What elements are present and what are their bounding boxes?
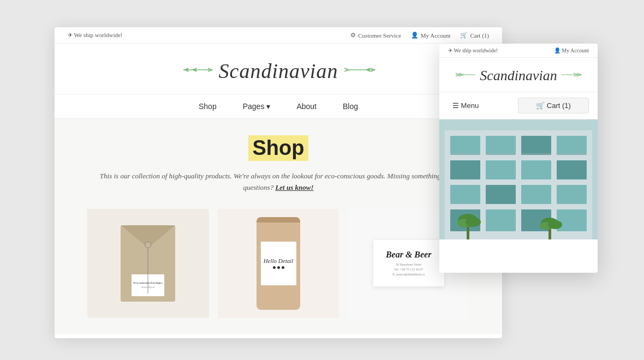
mobile-window: ✈ We ship worldwide! 👤 My Account Scandi… bbox=[439, 44, 598, 273]
product-grid: Eco-conscious Envelopes Hello Detail Hel… bbox=[87, 209, 469, 318]
svg-rect-15 bbox=[486, 209, 516, 231]
tube-dots bbox=[273, 266, 284, 269]
main-content: Shop This is our collection of high-qual… bbox=[55, 119, 502, 334]
svg-rect-12 bbox=[521, 185, 551, 204]
bcard-company: Bear & Beer bbox=[386, 250, 432, 260]
nav-bar: Shop Pages ▾ About Blog bbox=[55, 94, 502, 119]
tube-dot-3 bbox=[282, 266, 284, 269]
mobile-logo-text[interactable]: Scandinavian bbox=[480, 68, 557, 84]
envelope-image: Eco-conscious Envelopes Hello Detail bbox=[121, 225, 175, 302]
customer-service-link[interactable]: ⚙ Customer Service bbox=[350, 32, 401, 39]
main-window: ✈ We ship worldwide! ⚙ Customer Service … bbox=[55, 27, 502, 338]
outer-wrapper: ✈ We ship worldwide! ⚙ Customer Service … bbox=[22, 11, 622, 349]
svg-point-29 bbox=[548, 220, 562, 229]
top-bar: ✈ We ship worldwide! ⚙ Customer Service … bbox=[55, 27, 502, 44]
svg-rect-6 bbox=[450, 160, 480, 179]
gear-icon: ⚙ bbox=[350, 32, 356, 39]
tube-label-wrapper: Hello Detail bbox=[257, 242, 300, 285]
svg-rect-17 bbox=[557, 209, 587, 231]
shop-page-title: Shop bbox=[248, 135, 309, 161]
nav-shop[interactable]: Shop bbox=[199, 102, 217, 111]
tube-label: Hello Detail bbox=[261, 242, 296, 285]
svg-point-25 bbox=[466, 217, 481, 227]
mobile-user-icon: 👤 bbox=[554, 47, 560, 53]
cart-icon: 🛒 bbox=[460, 32, 468, 39]
svg-rect-5 bbox=[557, 136, 587, 155]
mobile-arrow-right bbox=[560, 70, 582, 81]
cart-link[interactable]: 🛒 Cart (1) bbox=[460, 32, 489, 39]
svg-rect-10 bbox=[450, 185, 480, 204]
shop-contact-link[interactable]: Let us know! bbox=[275, 183, 313, 191]
mobile-hero-image bbox=[439, 119, 598, 239]
mobile-shipping-text: ✈ We ship worldwide! bbox=[448, 47, 498, 53]
svg-rect-8 bbox=[521, 160, 551, 179]
shop-description: This is our collection of high-quality p… bbox=[87, 171, 469, 194]
svg-rect-4 bbox=[521, 136, 551, 155]
svg-rect-11 bbox=[486, 185, 516, 204]
svg-rect-7 bbox=[486, 160, 516, 179]
business-card-image: Bear & Beer 50 Hawthorn Street Tel: +44 … bbox=[373, 240, 444, 286]
mobile-logo-area: Scandinavian bbox=[439, 58, 598, 92]
tube-image: Hello Detail bbox=[257, 217, 300, 310]
mobile-nav: ☰ Menu 🛒 Cart (1) bbox=[439, 92, 598, 119]
svg-rect-3 bbox=[486, 136, 516, 155]
logo-area: Scandinavian bbox=[55, 44, 502, 94]
mobile-top-bar: ✈ We ship worldwide! 👤 My Account bbox=[439, 44, 598, 58]
shipping-text: ✈ We ship worldwide! bbox=[68, 32, 122, 39]
svg-rect-13 bbox=[557, 185, 587, 204]
top-bar-right: ⚙ Customer Service 👤 My Account 🛒 Cart (… bbox=[350, 32, 489, 39]
nav-about[interactable]: About bbox=[296, 102, 317, 111]
user-icon: 👤 bbox=[411, 32, 419, 39]
product-card-tube[interactable]: Hello Detail bbox=[218, 209, 339, 318]
top-bar-left: ✈ We ship worldwide! bbox=[68, 32, 122, 39]
mobile-cart-button[interactable]: 🛒 Cart (1) bbox=[518, 98, 589, 113]
logo-arrow-right bbox=[343, 64, 376, 78]
svg-rect-9 bbox=[557, 160, 587, 179]
building-svg bbox=[439, 119, 598, 239]
shop-title-wrap: Shop bbox=[87, 135, 469, 161]
bcard-detail: 50 Hawthorn Street Tel: +44 70 123 40 07… bbox=[392, 262, 425, 277]
mobile-my-account[interactable]: 👤 My Account bbox=[554, 47, 589, 53]
tube-dot-2 bbox=[277, 266, 280, 269]
nav-pages[interactable]: Pages ▾ bbox=[243, 102, 271, 111]
tube-dot-1 bbox=[273, 266, 276, 269]
svg-rect-2 bbox=[450, 136, 480, 155]
mobile-menu-button[interactable]: ☰ Menu bbox=[448, 98, 518, 113]
chevron-down-icon: ▾ bbox=[266, 102, 270, 111]
mobile-arrow-left bbox=[455, 70, 476, 81]
my-account-link[interactable]: 👤 My Account bbox=[411, 32, 451, 39]
logo-text[interactable]: Scandinavian bbox=[219, 59, 338, 83]
nav-blog[interactable]: Blog bbox=[343, 102, 358, 111]
product-card-envelope[interactable]: Eco-conscious Envelopes Hello Detail bbox=[87, 209, 209, 318]
logo-arrow-left bbox=[181, 64, 213, 78]
